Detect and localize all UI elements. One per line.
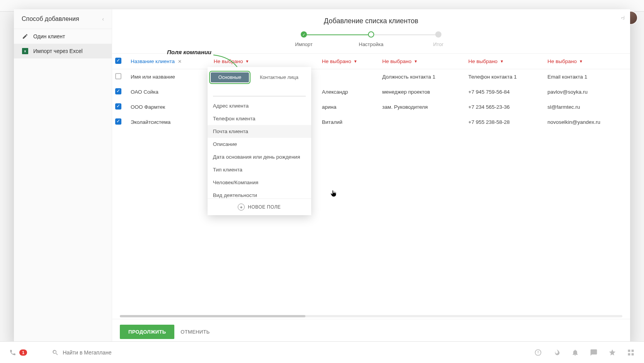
cell: арина xyxy=(319,99,379,115)
cell: Александр xyxy=(319,84,379,99)
column-header-unmapped[interactable]: Не выбрано▼ xyxy=(465,54,545,69)
column-header-unmapped[interactable]: Не выбрано▼ xyxy=(319,54,379,69)
continue-button[interactable]: ПРОДОЛЖИТЬ xyxy=(120,325,174,339)
popup-item[interactable]: Дата основания или день рождения xyxy=(208,151,311,163)
sidebar-item-excel-import[interactable]: x Импорт через Excel xyxy=(14,44,112,58)
cell: sl@farmtec.ru xyxy=(544,99,630,115)
sidebar-title: Способ добавления xyxy=(22,15,79,22)
popup-new-field[interactable]: + НОВОЕ ПОЛЕ xyxy=(208,199,311,215)
import-modal: Способ добавления ‹ Один клиент x Импорт… xyxy=(14,9,630,344)
sidebar-item-label: Импорт через Excel xyxy=(33,48,83,54)
column-header-mapped[interactable]: Название клиента✕ xyxy=(128,54,211,69)
chevron-down-icon: ▼ xyxy=(353,59,357,63)
cell: Телефон контакта 1 xyxy=(465,69,545,85)
checkbox[interactable] xyxy=(115,73,121,79)
sidebar-item-single-client[interactable]: Один клиент xyxy=(14,29,112,44)
popup-item[interactable]: Описание xyxy=(208,138,311,151)
checkbox[interactable] xyxy=(115,118,121,125)
chevron-down-icon: ▼ xyxy=(500,59,504,63)
cell: менеджер проектов xyxy=(379,84,465,99)
field-mapping-dropdown: Основные Контактные лица Адрес клиента Т… xyxy=(208,67,311,215)
svg-rect-5 xyxy=(628,349,630,352)
sidebar: Способ добавления ‹ Один клиент x Импорт… xyxy=(14,9,112,344)
table-row: Имя или название Должность контакта 1 Те… xyxy=(112,69,630,85)
modal-title: Добавление списка клиентов xyxy=(112,9,630,30)
checkbox[interactable] xyxy=(115,88,121,94)
step-label: Настройка xyxy=(359,41,383,47)
bottom-bar: 1 xyxy=(0,341,644,363)
step-label: Итог xyxy=(433,41,443,47)
popup-item[interactable]: Почта клиента xyxy=(208,125,311,138)
circle-icon xyxy=(435,31,441,38)
chevron-down-icon: ▼ xyxy=(579,59,583,63)
popup-item[interactable]: Тип клиента xyxy=(208,163,311,176)
popup-tab-contacts[interactable]: Контактные лица xyxy=(252,72,306,82)
sidebar-header: Способ добавления ‹ xyxy=(14,9,112,29)
svg-point-4 xyxy=(538,353,538,354)
step-import: ✓ Импорт xyxy=(270,31,337,47)
search-icon xyxy=(52,349,59,356)
svg-rect-6 xyxy=(632,349,634,352)
cell: +7 234 565-23-36 xyxy=(465,99,545,115)
cell: Email контакта 1 xyxy=(544,69,630,85)
modal-footer: ПРОДОЛЖИТЬ ОТМЕНИТЬ xyxy=(112,319,630,344)
global-search[interactable] xyxy=(52,349,179,356)
table-row: ОАО Сойка Александр менеджер проектов +7… xyxy=(112,84,630,99)
cell: +7 945 759-56-84 xyxy=(465,84,545,99)
cell: ОАО Сойка xyxy=(128,84,211,99)
mapping-table: Название клиента✕ Не выбрано▼ Основные К… xyxy=(112,53,630,315)
popup-search xyxy=(213,87,306,96)
cell: novoselkin@yandex.ru xyxy=(544,115,630,130)
checkbox-all[interactable] xyxy=(115,58,121,64)
phone-indicator[interactable]: 1 xyxy=(9,349,27,356)
svg-rect-8 xyxy=(632,353,634,355)
collapse-icon[interactable]: ⌐ ˩ xyxy=(621,15,623,21)
column-header-unmapped[interactable]: Не выбрано▼ Основные Контактные лица xyxy=(211,54,319,69)
step-label: Импорт xyxy=(295,41,312,47)
cell: pavlov@soyka.ru xyxy=(544,84,630,99)
cell xyxy=(379,115,465,130)
cell: ООО Фармтек xyxy=(128,99,211,115)
cursor-icon xyxy=(330,189,337,200)
cell: Должность контакта 1 xyxy=(379,69,465,85)
check-icon: ✓ xyxy=(301,31,307,38)
clear-icon[interactable]: ✕ xyxy=(178,59,182,64)
column-header-unmapped[interactable]: Не выбрано▼ xyxy=(379,54,465,69)
cell: Эколайтсистема xyxy=(128,115,211,130)
popup-item[interactable]: Телефон клиента xyxy=(208,112,311,125)
annotation-label: Поля компании xyxy=(167,49,211,55)
cell: Имя или название xyxy=(128,69,211,85)
svg-rect-7 xyxy=(628,353,630,355)
phone-icon xyxy=(9,349,16,356)
table-header-row: Название клиента✕ Не выбрано▼ Основные К… xyxy=(112,54,630,69)
bottom-right-icons xyxy=(534,349,635,356)
horizontal-scrollbar[interactable] xyxy=(120,315,622,317)
search-input[interactable] xyxy=(63,349,179,356)
bell-icon[interactable] xyxy=(571,349,579,356)
cell: зам. Руководителя xyxy=(379,99,465,115)
sidebar-item-label: Один клиент xyxy=(33,33,65,39)
popup-list: Адрес клиента Телефон клиента Почта клие… xyxy=(208,98,311,199)
step-result: Итог xyxy=(405,31,472,47)
grid-icon[interactable] xyxy=(627,349,635,356)
fire-icon[interactable] xyxy=(553,349,561,356)
popup-search-input[interactable] xyxy=(213,89,306,94)
alert-icon[interactable] xyxy=(534,349,542,356)
modal-main: ⌐ ˩ Добавление списка клиентов ✓ Импорт … xyxy=(112,9,630,344)
table-row: Эколайтсистема Виталий +7 955 238-58-28 … xyxy=(112,115,630,130)
popup-item[interactable]: Адрес клиента xyxy=(208,99,311,112)
checkbox[interactable] xyxy=(115,103,121,110)
cancel-button[interactable]: ОТМЕНИТЬ xyxy=(181,329,210,335)
table-row: ООО Фармтек арина зам. Руководителя +7 2… xyxy=(112,99,630,115)
popup-item[interactable]: Вид деятельности xyxy=(208,189,311,199)
svg-text:x: x xyxy=(24,49,26,53)
cell: Виталий xyxy=(319,115,379,130)
chevron-left-icon[interactable]: ‹ xyxy=(102,16,104,22)
popup-item[interactable]: Человек/Компания xyxy=(208,176,311,189)
star-icon[interactable] xyxy=(608,349,616,356)
chat-icon[interactable] xyxy=(590,349,598,356)
scrollbar-thumb[interactable] xyxy=(120,315,305,317)
popup-tab-main[interactable]: Основные xyxy=(211,72,249,82)
stepper: ✓ Импорт Настройка Итог xyxy=(112,30,630,51)
column-header-unmapped[interactable]: Не выбрано▼ xyxy=(544,54,630,69)
